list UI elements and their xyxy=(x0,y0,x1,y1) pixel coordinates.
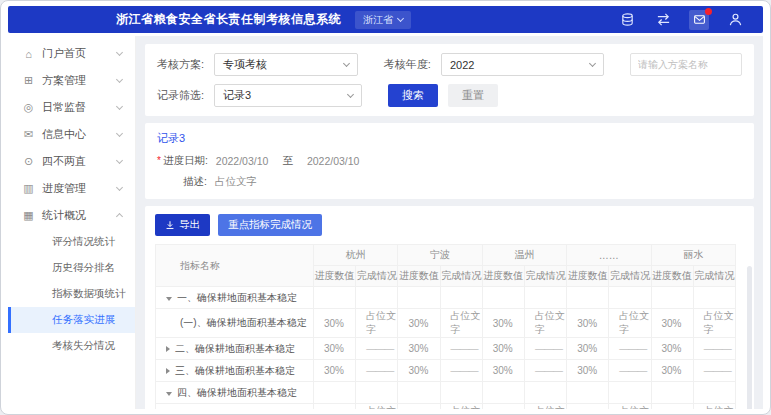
record-panel: 记录3 *进度日期: 2022/03/10 至 2022/03/10 描述: 占… xyxy=(145,123,754,199)
progress-value-cell: 30% xyxy=(482,404,524,410)
table-scrollbar[interactable] xyxy=(747,266,752,409)
sidebar-subitem-5[interactable]: 考核失分情况 xyxy=(8,333,135,359)
indicator-name-cell[interactable]: 一、确保耕地面积基本稳定 xyxy=(156,287,314,309)
sidebar-subitem-label: 任务落实进展 xyxy=(52,313,115,327)
progress-value-cell: 30% xyxy=(398,360,440,382)
user-icon[interactable] xyxy=(725,10,745,30)
record-select[interactable]: 记录3 xyxy=(214,84,362,107)
progress-value-cell: 30% xyxy=(482,338,524,360)
col-subheader-progress: 进度数值 xyxy=(651,266,693,287)
chevron-down-icon xyxy=(343,60,350,67)
table-row: 一、确保耕地面积基本稳定 xyxy=(156,287,736,309)
caret-collapsed-icon xyxy=(166,346,170,352)
col-group-city-1: 杭州 xyxy=(314,245,398,266)
col-subheader-progress: 进度数值 xyxy=(482,266,524,287)
region-selector[interactable]: 浙江省 xyxy=(355,11,411,29)
message-icon: ✉ xyxy=(22,128,35,141)
col-subheader-status: 完成情况 xyxy=(609,266,651,287)
desc-value: 占位文字 xyxy=(215,175,257,189)
indicator-name-cell[interactable]: 三、确保耕地面积基本稳定 xyxy=(156,360,314,382)
plan-select[interactable]: 专项考核 xyxy=(214,53,358,76)
record-desc-line: 描述: 占位文字 xyxy=(157,175,742,189)
status-value-cell xyxy=(524,287,566,309)
col-group-city-5: 丽水 xyxy=(651,245,736,266)
col-subheader-status: 完成情况 xyxy=(440,266,482,287)
key-indicator-button[interactable]: 重点指标完成情况 xyxy=(218,214,322,236)
progress-value-cell: 30% xyxy=(651,360,693,382)
stack-icon[interactable] xyxy=(617,10,637,30)
date-conjunction: 至 xyxy=(282,154,293,168)
swap-icon[interactable] xyxy=(653,10,673,30)
status-value-cell xyxy=(356,382,398,404)
app-header: 浙江省粮食安全省长责任制考核信息系统 浙江省 xyxy=(8,6,763,33)
progress-value-cell xyxy=(567,287,609,309)
sidebar-item-label: 四不两直 xyxy=(42,154,86,169)
chevron-up-icon xyxy=(116,213,123,220)
sidebar-subitem-label: 评分情况统计 xyxy=(52,235,115,249)
plan-select-value: 专项考核 xyxy=(223,57,267,72)
progress-value-cell: 30% xyxy=(398,309,440,338)
header-icons xyxy=(617,10,745,30)
col-header-indicator-name: 指标名称 xyxy=(156,245,314,287)
progress-value-cell: 30% xyxy=(567,404,609,410)
indicator-name-cell[interactable]: 四、确保耕地面积基本稳定 xyxy=(156,382,314,404)
download-icon xyxy=(165,220,175,230)
status-value-cell xyxy=(693,287,735,309)
col-subheader-progress: 进度数值 xyxy=(398,266,440,287)
col-group-city-3: 温州 xyxy=(482,245,566,266)
table-panel: 导出 重点指标完成情况 指标名称杭州宁波温州……丽水进度数值完成情况进度数值完成… xyxy=(145,206,754,409)
year-select[interactable]: 2022 xyxy=(441,53,604,76)
status-value-cell: ——— xyxy=(524,360,566,382)
sidebar-subitem-label: 指标数据项统计 xyxy=(52,287,126,301)
status-value-cell: 占位文字 xyxy=(609,309,651,338)
status-value-cell: ——— xyxy=(440,338,482,360)
progress-value-cell: 30% xyxy=(651,309,693,338)
record-select-value: 记录3 xyxy=(223,88,251,103)
progress-value-cell xyxy=(567,382,609,404)
chevron-down-icon xyxy=(116,49,123,56)
chevron-down-icon xyxy=(116,76,123,83)
filter-row-2: 记录筛选: 记录3 搜索 重置 xyxy=(157,84,742,107)
indicator-name-cell[interactable]: 二、确保耕地面积基本稳定 xyxy=(156,338,314,360)
sidebar-item-7[interactable]: ▦统计概况 xyxy=(8,202,135,229)
status-value-cell: ——— xyxy=(609,360,651,382)
table-row: (一)、确保耕地面积基本稳定30%占位文字30%占位文字30%占位文字30%占位… xyxy=(156,309,736,338)
status-value-cell: ——— xyxy=(693,360,735,382)
col-subheader-status: 完成情况 xyxy=(524,266,566,287)
progress-value-cell xyxy=(314,287,356,309)
sidebar-item-5[interactable]: ⊙四不两直 xyxy=(8,148,135,175)
sidebar-item-label: 信息中心 xyxy=(42,127,86,142)
caret-expanded-icon xyxy=(166,392,172,396)
table-row: 二、确保耕地面积基本稳定30%———30%———30%———30%———30%—… xyxy=(156,338,736,360)
export-button[interactable]: 导出 xyxy=(155,214,210,236)
mail-icon[interactable] xyxy=(689,10,709,30)
date-to-value: 2022/03/10 xyxy=(307,155,360,167)
status-value-cell xyxy=(440,382,482,404)
region-selector-value: 浙江省 xyxy=(363,13,393,27)
status-value-cell: 占位文字 xyxy=(524,309,566,338)
sidebar-item-3[interactable]: ◎日常监督 xyxy=(8,94,135,121)
col-subheader-progress: 进度数值 xyxy=(567,266,609,287)
progress-value-cell: 30% xyxy=(314,338,356,360)
sidebar-subitem-4[interactable]: 任务落实进展 xyxy=(8,307,135,333)
status-value-cell: ——— xyxy=(524,338,566,360)
main-content: 考核方案: 专项考核 考核年度: 2022 记录筛选: 记录3 xyxy=(136,36,763,409)
search-button[interactable]: 搜索 xyxy=(388,84,438,107)
status-value-cell: 占位文字 xyxy=(356,309,398,338)
sidebar-item-6[interactable]: ▥进度管理 xyxy=(8,175,135,202)
sidebar-item-1[interactable]: ⌂门户首页 xyxy=(8,40,135,67)
sidebar: ⌂门户首页⊞方案管理◎日常监督✉信息中心⊙四不两直▥进度管理▦统计概况评分情况统… xyxy=(8,36,136,409)
sidebar-subitem-3[interactable]: 指标数据项统计 xyxy=(8,281,135,307)
sidebar-menu: ⌂门户首页⊞方案管理◎日常监督✉信息中心⊙四不两直▥进度管理▦统计概况评分情况统… xyxy=(8,40,135,359)
sidebar-item-label: 方案管理 xyxy=(42,73,86,88)
sidebar-item-4[interactable]: ✉信息中心 xyxy=(8,121,135,148)
date-from-value: 2022/03/10 xyxy=(216,155,269,167)
sidebar-subitem-2[interactable]: 历史得分排名 xyxy=(8,255,135,281)
table-toolbar: 导出 重点指标完成情况 xyxy=(155,214,744,236)
sidebar-subitem-1[interactable]: 评分情况统计 xyxy=(8,229,135,255)
progress-value-cell xyxy=(482,382,524,404)
reset-button[interactable]: 重置 xyxy=(448,84,498,107)
plan-name-input[interactable] xyxy=(630,53,742,76)
status-value-cell xyxy=(440,287,482,309)
sidebar-item-2[interactable]: ⊞方案管理 xyxy=(8,67,135,94)
